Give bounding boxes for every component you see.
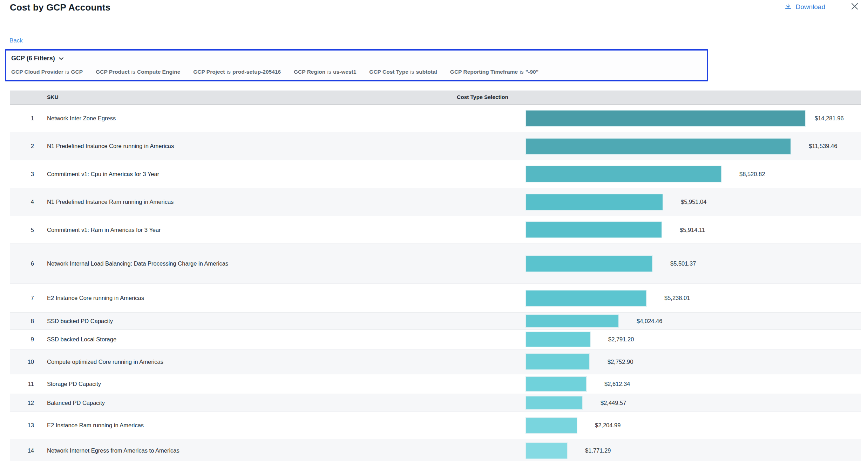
top-actions: Download: [785, 2, 861, 12]
filter-summary-toggle[interactable]: GCP (6 Filters): [11, 54, 64, 62]
cost-bar[interactable]: [526, 222, 662, 238]
row-number: 12: [10, 394, 39, 412]
cost-bar[interactable]: [526, 332, 590, 347]
cost-value-label: $4,024.46: [637, 318, 662, 325]
header-sku[interactable]: SKU: [39, 91, 451, 104]
row-number: 9: [10, 330, 39, 349]
row-number: 13: [10, 412, 39, 439]
cost-bar[interactable]: [526, 418, 577, 433]
table-row: 9SSD backed Local Storage$2,791.20: [10, 330, 861, 349]
table-row: 5Commitment v1: Ram in Americas for 3 Ye…: [10, 216, 861, 244]
row-number: 1: [10, 105, 39, 132]
sku-cell: Compute optimized Core running in Americ…: [39, 349, 451, 374]
table-row: 10Compute optimized Core running in Amer…: [10, 349, 861, 374]
sku-cell: E2 Instance Core running in Americas: [39, 284, 451, 312]
table-row: 1Network Inter Zone Egress$14,281.96: [10, 105, 861, 132]
cost-value-label: $5,914.11: [680, 227, 705, 233]
filter-chip[interactable]: GCP Cost Type is subtotal: [369, 68, 437, 76]
cost-bar-cell: $2,791.20: [451, 330, 861, 349]
cost-value-label: $5,501.37: [670, 260, 696, 267]
sku-cell: SSD backed Local Storage: [39, 330, 451, 349]
cost-bar[interactable]: [526, 194, 663, 210]
table-body: 1Network Inter Zone Egress$14,281.962N1 …: [10, 105, 861, 461]
cost-value-label: $11,539.46: [809, 143, 837, 149]
cost-bar[interactable]: [526, 377, 586, 391]
cost-value-label: $2,752.90: [608, 359, 633, 365]
filter-chip[interactable]: GCP Product is Compute Engine: [96, 68, 180, 76]
sku-cell: Balanced PD Capacity: [39, 394, 451, 412]
cost-bar-cell: $2,612.34: [451, 374, 861, 394]
header-cost-type-selection[interactable]: Cost Type Selection: [451, 91, 861, 104]
cost-bar[interactable]: [526, 256, 652, 272]
row-number: 2: [10, 132, 39, 160]
cost-bar[interactable]: [526, 111, 805, 126]
cost-bar-cell: $2,204.99: [451, 412, 861, 439]
cost-value-label: $5,951.04: [681, 199, 706, 205]
cost-bar-cell: $11,539.46: [451, 132, 861, 160]
cost-bar-cell: $5,501.37: [451, 244, 861, 283]
cost-value-label: $2,449.57: [601, 400, 626, 406]
sku-cell: Network Internet Egress from Americas to…: [39, 439, 451, 461]
cost-bar[interactable]: [526, 315, 618, 327]
cost-bar-cell: $5,914.11: [451, 216, 861, 243]
close-icon: [850, 6, 859, 12]
row-number: 7: [10, 284, 39, 312]
row-number: 5: [10, 216, 39, 243]
chevron-down-icon: [59, 54, 64, 62]
table-header: SKU Cost Type Selection: [10, 91, 861, 105]
filter-chip[interactable]: GCP Reporting Timeframe is "-90": [450, 68, 538, 76]
cost-value-label: $2,791.20: [608, 336, 634, 343]
top-bar: Cost by GCP Accounts Download: [10, 2, 861, 17]
cost-bar-cell: $1,771.29: [451, 439, 861, 461]
filter-panel: GCP (6 Filters) GCP Cloud Provider is GC…: [5, 49, 708, 81]
row-number: 6: [10, 244, 39, 283]
table-row: 12Balanced PD Capacity$2,449.57: [10, 394, 861, 412]
cost-bar-cell: $5,238.01: [451, 284, 861, 312]
cost-bar[interactable]: [526, 354, 589, 369]
table-row: 4N1 Predefined Instance Ram running in A…: [10, 188, 861, 216]
sku-cell: Network Internal Load Balancing: Data Pr…: [39, 244, 451, 283]
header-row-number: [10, 91, 39, 104]
sku-cell: E2 Instance Ram running in Americas: [39, 412, 451, 439]
cost-bar[interactable]: [526, 396, 582, 409]
sku-cell: Commitment v1: Cpu in Americas for 3 Yea…: [39, 160, 451, 188]
sku-cell: N1 Predefined Instance Core running in A…: [39, 132, 451, 160]
row-number: 11: [10, 374, 39, 394]
sku-cell: Network Inter Zone Egress: [39, 105, 451, 132]
cost-table: SKU Cost Type Selection 1Network Inter Z…: [10, 91, 861, 461]
sku-cell: Storage PD Capacity: [39, 374, 451, 394]
filter-chip[interactable]: GCP Region is us-west1: [294, 68, 356, 76]
sku-cell: SSD backed PD Capacity: [39, 313, 451, 329]
cost-value-label: $14,281.96: [815, 115, 844, 122]
cost-bar[interactable]: [526, 139, 791, 154]
row-number: 8: [10, 313, 39, 329]
filter-chip[interactable]: GCP Cloud Provider is GCP: [11, 68, 83, 76]
download-label: Download: [796, 3, 826, 11]
sku-cell: N1 Predefined Instance Ram running in Am…: [39, 188, 451, 216]
cost-value-label: $2,204.99: [595, 422, 621, 429]
sku-cell: Commitment v1: Ram in Americas for 3 Yea…: [39, 216, 451, 243]
filter-list: GCP Cloud Provider is GCPGCP Product is …: [11, 68, 702, 76]
cost-bar[interactable]: [526, 290, 646, 306]
cost-bar-cell: $5,951.04: [451, 188, 861, 216]
row-number: 4: [10, 188, 39, 216]
table-row: 6Network Internal Load Balancing: Data P…: [10, 244, 861, 284]
cost-bar-cell: $8,520.82: [451, 160, 861, 188]
download-button[interactable]: Download: [785, 3, 826, 11]
cost-report-modal: Cost by GCP Accounts Download Back: [0, 0, 868, 461]
close-button[interactable]: [850, 2, 859, 12]
filter-chip[interactable]: GCP Project is prod-setup-205416: [193, 68, 281, 76]
cost-bar[interactable]: [526, 443, 567, 459]
table-row: 2N1 Predefined Instance Core running in …: [10, 132, 861, 160]
cost-value-label: $8,520.82: [739, 171, 765, 178]
cost-bar[interactable]: [526, 166, 721, 182]
table-row: 3Commitment v1: Cpu in Americas for 3 Ye…: [10, 160, 861, 188]
download-icon: [785, 3, 792, 11]
page-title: Cost by GCP Accounts: [10, 2, 110, 13]
cost-value-label: $5,238.01: [664, 295, 690, 301]
cost-value-label: $1,771.29: [585, 447, 611, 454]
back-link[interactable]: Back: [9, 37, 23, 44]
table-row: 13E2 Instance Ram running in Americas$2,…: [10, 412, 861, 439]
cost-bar-cell: $2,449.57: [451, 394, 861, 412]
cost-bar-cell: $14,281.96: [451, 105, 861, 132]
